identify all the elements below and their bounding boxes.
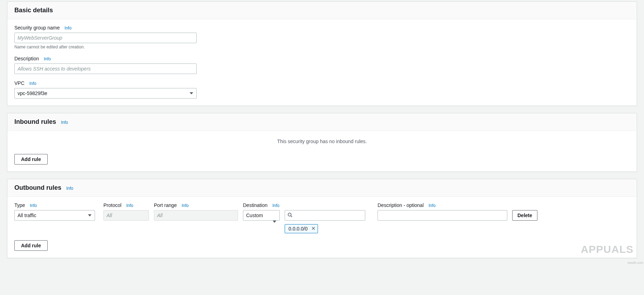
- basic-details-title: Basic details: [14, 7, 53, 14]
- outbound-columns-header: Type Info Protocol Info Port range Info …: [14, 202, 630, 208]
- close-icon: [311, 226, 316, 232]
- destination-token-label: 0.0.0.0/0: [289, 226, 308, 232]
- column-protocol: Protocol Info: [103, 202, 149, 208]
- destination-token-remove-button[interactable]: [311, 226, 316, 232]
- add-outbound-rule-button[interactable]: Add rule: [14, 240, 48, 251]
- panel-inbound-rules: Inbound rules Info This security group h…: [7, 113, 637, 172]
- delete-rule-button[interactable]: Delete: [512, 210, 537, 221]
- info-link-col-protocol[interactable]: Info: [126, 203, 133, 208]
- panel-basic-header: Basic details: [7, 2, 637, 19]
- security-group-name-input[interactable]: [14, 33, 197, 43]
- destination-token: 0.0.0.0/0: [285, 224, 318, 233]
- rule-description-input[interactable]: [378, 210, 507, 221]
- outbound-rule-row: All traffic Custom: [14, 210, 630, 233]
- vpc-label: VPC Info: [14, 80, 630, 86]
- security-group-name-label: Security group name Info: [14, 25, 630, 31]
- column-destination: Destination Info: [243, 202, 373, 208]
- info-link-col-destination[interactable]: Info: [272, 203, 279, 208]
- rule-destination-search-input[interactable]: [285, 210, 365, 221]
- rule-protocol-input: [103, 210, 149, 221]
- caret-down-icon: [273, 221, 276, 223]
- field-description: Description Info: [14, 56, 630, 74]
- inbound-rules-title: Inbound rules: [14, 118, 56, 126]
- info-link-col-type[interactable]: Info: [30, 203, 37, 208]
- info-link-vpc[interactable]: Info: [29, 81, 36, 86]
- add-inbound-rule-button[interactable]: Add rule: [14, 154, 48, 165]
- column-description: Description - optional Info: [378, 202, 507, 208]
- outbound-rules-title: Outbound rules: [14, 184, 61, 192]
- column-type: Type Info: [14, 202, 99, 208]
- rule-type-select[interactable]: All traffic: [14, 210, 95, 221]
- info-link-col-description[interactable]: Info: [428, 203, 435, 208]
- panel-outbound-header: Outbound rules Info: [7, 179, 637, 197]
- inbound-empty-message: This security group has no inbound rules…: [7, 131, 637, 154]
- panel-basic-details: Basic details Security group name Info N…: [7, 1, 637, 106]
- svg-point-0: [288, 213, 291, 216]
- info-link-inbound[interactable]: Info: [61, 120, 68, 125]
- description-label: Description Info: [14, 56, 630, 61]
- rule-port-range-input: [154, 210, 238, 221]
- panel-outbound-rules: Outbound rules Info Type Info Protocol I…: [7, 179, 637, 258]
- column-port-range: Port range Info: [154, 202, 238, 208]
- security-group-name-helper: Name cannot be edited after creation.: [14, 45, 630, 49]
- field-vpc: VPC Info vpc-59829f3e: [14, 80, 630, 99]
- rule-destination-mode-select[interactable]: Custom: [243, 210, 280, 221]
- description-input[interactable]: [14, 63, 197, 74]
- info-link-description[interactable]: Info: [44, 56, 51, 61]
- info-link-outbound[interactable]: Info: [66, 186, 73, 191]
- field-security-group-name: Security group name Info Name cannot be …: [14, 25, 630, 49]
- svg-line-1: [291, 216, 292, 217]
- source-watermark: wsxdn.com: [628, 261, 643, 264]
- panel-inbound-header: Inbound rules Info: [7, 113, 637, 131]
- info-link-col-port-range[interactable]: Info: [182, 203, 189, 208]
- info-link-security-group-name[interactable]: Info: [65, 26, 72, 31]
- vpc-select[interactable]: vpc-59829f3e: [14, 88, 197, 99]
- search-icon: [287, 213, 292, 219]
